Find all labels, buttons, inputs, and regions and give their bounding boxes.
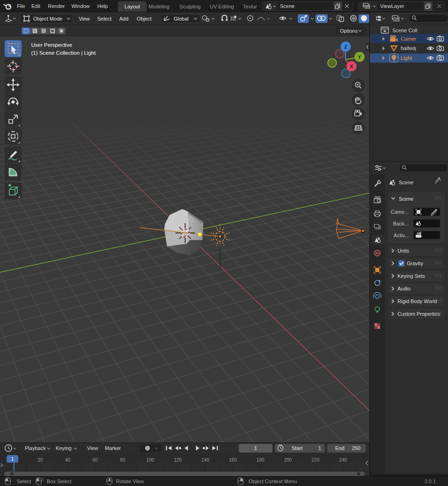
svg-text:Came...: Came... [390,209,409,215]
svg-text:Select: Select [97,16,112,22]
svg-text:Rigid Body World: Rigid Body World [397,298,437,304]
svg-text:Object Context Menu: Object Context Menu [249,479,297,484]
svg-text:UV Editing: UV Editing [210,4,234,9]
svg-text:File: File [17,3,25,9]
svg-text:Scene: Scene [399,196,413,202]
svg-text:Render: Render [48,3,65,9]
svg-text:1: 1 [11,456,14,462]
svg-text:Box Select: Box Select [47,479,72,484]
svg-text:250: 250 [352,445,360,451]
svg-text:halfedg: halfedg [401,45,418,51]
svg-text:Object: Object [137,16,152,22]
svg-text:Sculpting: Sculpting [179,4,200,9]
svg-text:Global: Global [174,16,189,22]
svg-text:User Perspective: User Perspective [31,42,73,48]
svg-text:Start: Start [292,445,302,451]
svg-text:Help: Help [97,3,108,9]
svg-text:Marker: Marker [105,445,121,451]
svg-text:Playback: Playback [25,445,46,451]
svg-text:Options: Options [340,28,358,34]
svg-text:Textur: Textur [243,4,257,9]
svg-text:Select: Select [17,479,31,484]
svg-text:1: 1 [318,445,321,451]
svg-text:1: 1 [254,445,257,451]
svg-text:Object Mode: Object Mode [33,16,62,22]
svg-text:Gravity: Gravity [407,261,423,266]
svg-text:Z: Z [344,44,347,50]
svg-text:End: End [335,445,345,451]
svg-text:Light: Light [401,55,412,61]
svg-text:Window: Window [71,3,89,9]
svg-text:Keying Sets: Keying Sets [397,273,425,279]
svg-text:Audio: Audio [397,286,411,291]
svg-text:Back...: Back... [393,221,409,226]
svg-text:3.0.1: 3.0.1 [425,479,436,484]
svg-text:Add: Add [119,16,129,22]
svg-text:Layout: Layout [125,4,140,9]
svg-text:View: View [87,445,98,451]
svg-text:Edit: Edit [31,3,40,9]
svg-text:Modeling: Modeling [148,4,169,9]
svg-text:Camer: Camer [401,36,416,42]
svg-text:Keying: Keying [56,445,72,451]
svg-text:Scene Coll: Scene Coll [392,28,417,33]
svg-text:ViewLayer: ViewLayer [380,3,404,9]
svg-text:View: View [79,16,90,22]
svg-text:Custom Properties: Custom Properties [397,311,441,317]
svg-text:Y: Y [358,54,361,60]
svg-text:Rotate View: Rotate View [116,479,144,484]
svg-text:Scene: Scene [280,3,294,9]
svg-text:Units: Units [397,248,410,254]
svg-text:X: X [350,64,353,69]
svg-text:Scene: Scene [399,180,413,185]
svg-text:(1) Scene Collection | Light: (1) Scene Collection | Light [31,50,96,56]
svg-text:Activ...: Activ... [394,232,409,238]
